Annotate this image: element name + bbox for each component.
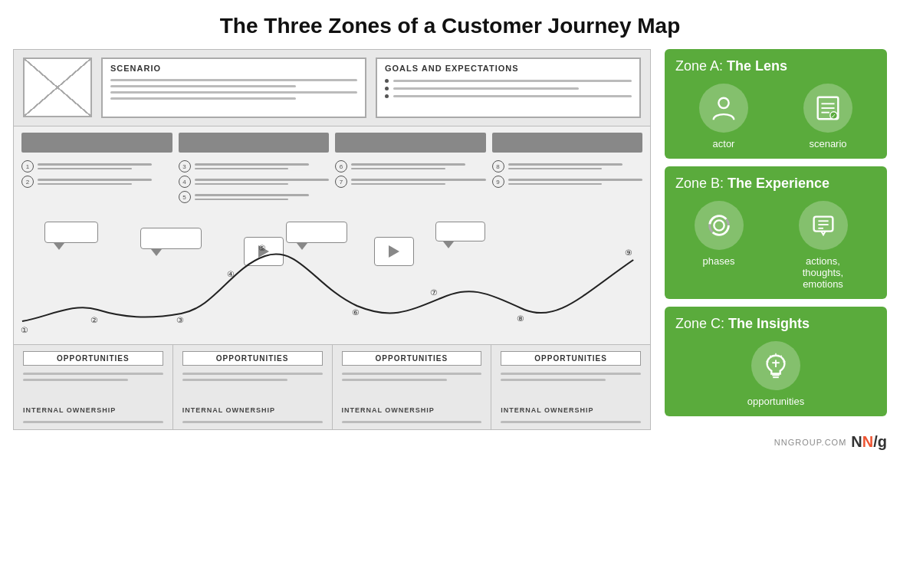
- zone-b-title: Zone B: The Experience: [675, 176, 876, 192]
- opp-line: [23, 379, 128, 381]
- emotion-curve-area: ① ② ③ ④ ⑤ ⑥ ⑦ ⑧ ⑨: [14, 222, 650, 344]
- phases-header: [14, 126, 650, 157]
- int-line: [501, 421, 641, 423]
- phases-icon: [705, 211, 734, 240]
- int-line: [342, 421, 482, 423]
- num-7: 7: [335, 176, 347, 188]
- item-8: 8: [492, 160, 643, 172]
- opp-line: [342, 373, 482, 375]
- zone-a-bold: The Lens: [727, 58, 787, 74]
- scenario-icon: ✓: [813, 94, 843, 123]
- bullet-dot: [385, 87, 389, 90]
- actions-item: actions, thoughts, emotions: [789, 201, 858, 290]
- main-content: SCENARIO GOALS AND EXPECTATIONS: [13, 49, 887, 430]
- scenario-section: SCENARIO: [101, 57, 366, 118]
- zone-c-title: Zone C: The Insights: [675, 316, 876, 332]
- svg-line-30: [783, 361, 785, 362]
- line3: [110, 91, 357, 94]
- svg-text:⑧: ⑧: [517, 314, 524, 323]
- emotion-curve-svg: ① ② ③ ④ ⑤ ⑥ ⑦ ⑧ ⑨: [14, 222, 650, 344]
- actions-icon: [809, 211, 838, 240]
- item-9: 9: [492, 176, 643, 188]
- item-3: 3: [179, 160, 330, 172]
- svg-text:③: ③: [176, 316, 183, 324]
- opportunities-icon-circle: [751, 341, 800, 390]
- opportunities-label: opportunities: [747, 396, 804, 407]
- scenario-icon-circle: ✓: [803, 84, 852, 133]
- num-8: 8: [492, 160, 504, 172]
- svg-line-31: [767, 361, 769, 362]
- item-7: 7: [335, 176, 486, 188]
- opp-col-3: OPPORTUNITIES INTERNAL OWNERSHIP: [333, 345, 492, 429]
- actor-icon: [709, 94, 738, 123]
- svg-point-18: [714, 220, 724, 230]
- opp-col-2: OPPORTUNITIES INTERNAL OWNERSHIP: [173, 345, 333, 429]
- bullet3: [385, 94, 632, 98]
- item-6: 6: [335, 160, 486, 172]
- zones-panel: Zone A: The Lens actor: [665, 49, 887, 430]
- svg-text:⑦: ⑦: [430, 288, 437, 297]
- opp-line: [501, 379, 606, 381]
- zone-b-card: Zone B: The Experience phases: [665, 166, 887, 299]
- int-label-3: INTERNAL OWNERSHIP: [342, 406, 482, 414]
- bullet-line: [393, 80, 632, 82]
- zone-b-icons: phases actions, thoughts, emotions: [675, 201, 876, 290]
- bullet2: [385, 87, 632, 90]
- item-2: 2: [21, 176, 172, 188]
- action-col-3: 6 7: [335, 157, 486, 218]
- zone-a-card: Zone A: The Lens actor: [665, 49, 887, 159]
- zone-c-section: OPPORTUNITIES INTERNAL OWNERSHIP OPPORTU…: [14, 345, 650, 429]
- line2: [110, 85, 296, 87]
- page-title: The Three Zones of a Customer Journey Ma…: [220, 14, 681, 38]
- opp-label-4: OPPORTUNITIES: [501, 351, 641, 366]
- actor-icon-circle: [699, 84, 748, 133]
- line4: [110, 97, 296, 100]
- opportunities-icon: [761, 351, 790, 380]
- footer: NNGROUP.COM NN/g: [13, 433, 887, 451]
- zone-a-icons: actor ✓ scenario: [675, 84, 876, 149]
- actor-label: actor: [713, 138, 735, 149]
- num-5: 5: [179, 191, 191, 203]
- footer-logo: NN/g: [851, 433, 887, 451]
- scenario-label-text: scenario: [809, 138, 846, 149]
- zone-c-icons: opportunities: [675, 341, 876, 407]
- zone-c-card: Zone C: The Insights: [665, 307, 887, 416]
- svg-text:⑥: ⑥: [352, 308, 359, 317]
- num-3: 3: [179, 160, 191, 172]
- footer-logo-accent: N: [862, 433, 873, 450]
- zone-c-bold: The Insights: [728, 316, 810, 331]
- svg-text:②: ②: [90, 316, 97, 324]
- opp-line: [501, 373, 641, 375]
- action-col-2: 3 4 5: [179, 157, 330, 218]
- goals-section: GOALS AND EXPECTATIONS: [376, 57, 641, 118]
- zone-a-section: SCENARIO GOALS AND EXPECTATIONS: [14, 50, 650, 126]
- opp-line: [342, 379, 447, 381]
- zone-a-title: Zone A: The Lens: [675, 58, 876, 74]
- action-col-4: 8 9: [492, 157, 643, 218]
- int-label-4: INTERNAL OWNERSHIP: [501, 406, 641, 414]
- num-9: 9: [492, 176, 504, 188]
- num-1: 1: [21, 160, 34, 172]
- int-label-2: INTERNAL OWNERSHIP: [182, 406, 323, 414]
- actions-label: actions, thoughts, emotions: [789, 255, 858, 290]
- phases-item: phases: [695, 201, 744, 267]
- item-1: 1: [21, 160, 172, 172]
- svg-text:⑨: ⑨: [625, 248, 632, 257]
- phases-label: phases: [703, 255, 735, 267]
- num-4: 4: [179, 176, 191, 188]
- bullet-dot: [385, 79, 389, 83]
- actions-icon-circle: [799, 201, 848, 250]
- svg-text:✓: ✓: [831, 113, 836, 120]
- phase-box-3: [335, 133, 486, 153]
- opportunities-item: opportunities: [747, 341, 804, 407]
- svg-text:④: ④: [227, 270, 234, 278]
- svg-point-9: [718, 98, 728, 108]
- line1: [110, 79, 357, 81]
- phases-icon-circle: [695, 201, 744, 250]
- scenario-item: ✓ scenario: [803, 84, 852, 149]
- actor-item: actor: [699, 84, 748, 149]
- opp-col-1: OPPORTUNITIES INTERNAL OWNERSHIP: [14, 345, 173, 429]
- bullet1: [385, 79, 632, 83]
- num-2: 2: [21, 176, 34, 188]
- phase-box-4: [492, 133, 643, 153]
